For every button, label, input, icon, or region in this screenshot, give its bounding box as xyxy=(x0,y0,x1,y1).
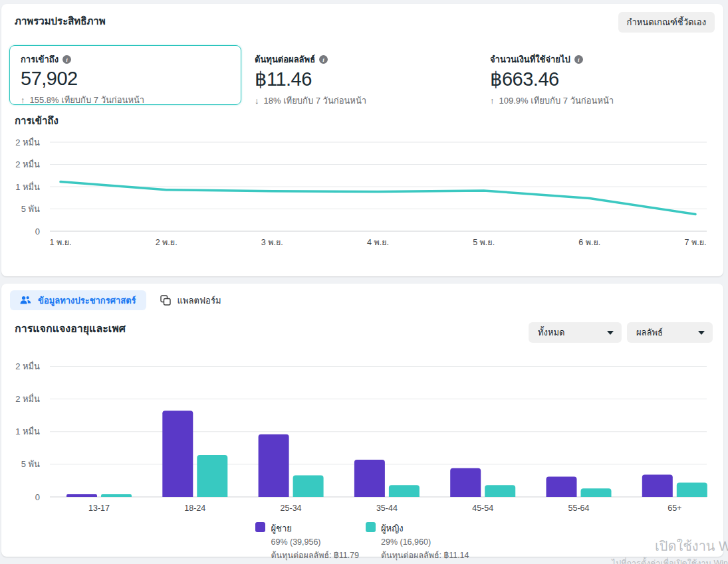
metric-label-row: จำนวนเงินที่ใช้จ่ายไป i xyxy=(490,52,703,66)
legend-name: ผู้ชาย xyxy=(271,521,359,535)
filters-row: ทั้งหมด ผลลัพธ์ xyxy=(529,322,713,343)
metric-delta: ↓ 18% เทียบกับ 7 วันก่อนหน้า xyxy=(255,94,474,108)
metric-delta-text: 109.9% เทียบกับ 7 วันก่อนหน้า xyxy=(499,94,614,108)
svg-text:25-34: 25-34 xyxy=(281,504,302,513)
tab-platform[interactable]: แพลตฟอร์ม xyxy=(150,290,231,310)
breakdown-filter-dropdown[interactable]: ทั้งหมด xyxy=(529,322,622,343)
info-icon[interactable]: i xyxy=(574,55,583,64)
info-icon[interactable]: i xyxy=(319,55,328,64)
svg-text:55-64: 55-64 xyxy=(568,504,590,513)
svg-text:65+: 65+ xyxy=(667,504,681,513)
demographics-panel: ข้อมูลทางประชากรศาสตร์ แพลตฟอร์ม การแจกแ… xyxy=(1,284,723,557)
male-color-swatch xyxy=(255,522,265,532)
svg-text:4 พ.ย.: 4 พ.ย. xyxy=(367,238,389,247)
svg-text:1 หมื่น: 1 หมื่น xyxy=(15,426,40,436)
svg-text:13-17: 13-17 xyxy=(88,504,110,513)
info-icon[interactable]: i xyxy=(62,55,71,64)
customize-metrics-button[interactable]: กำหนดเกณฑ์ชี้วัดเอง xyxy=(618,12,715,33)
svg-text:0: 0 xyxy=(35,227,40,236)
metric-delta: ↑ 109.9% เทียบกับ 7 วันก่อนหน้า xyxy=(490,94,703,108)
legend-entry-female: ผู้หญิง 29% (16,960) ต้นทุนต่อผลลัพธ์: ฿… xyxy=(366,521,469,562)
svg-text:0: 0 xyxy=(35,492,40,502)
legend-entry-male: ผู้ชาย 69% (39,956) ต้นทุนต่อผลลัพธ์: ฿1… xyxy=(255,521,359,562)
legend-share: 29% (16,960) xyxy=(381,537,469,547)
metric-delta-text: 18% เทียบกับ 7 วันก่อนหน้า xyxy=(264,94,367,108)
metric-value: 57,902 xyxy=(21,68,230,90)
svg-text:35-44: 35-44 xyxy=(376,504,398,513)
metric-card-reach[interactable]: การเข้าถึง i 57,902 ↑ 155.8% เทียบกับ 7 … xyxy=(9,45,241,105)
metric-value: ฿11.46 xyxy=(255,68,474,90)
metric-card-cost-per-result[interactable]: ต้นทุนต่อผลลัพธ์ i ฿11.46 ↓ 18% เทียบกับ… xyxy=(255,45,474,108)
metric-card-amount-spent[interactable]: จำนวนเงินที่ใช้จ่ายไป i ฿663.46 ↑ 109.9%… xyxy=(490,45,703,108)
svg-text:7 พ.ย.: 7 พ.ย. xyxy=(685,238,707,247)
svg-text:18-24: 18-24 xyxy=(184,504,205,513)
svg-text:3 พ.ย.: 3 พ.ย. xyxy=(261,238,283,247)
female-color-swatch xyxy=(366,522,376,532)
tab-label: แพลตฟอร์ม xyxy=(178,294,221,308)
performance-overview-panel: ภาพรวมประสิทธิภาพ กำหนดเกณฑ์ชี้วัดเอง กา… xyxy=(1,4,723,276)
metric-label-row: การเข้าถึง i xyxy=(21,52,230,66)
svg-text:2 หมื่น: 2 หมื่น xyxy=(15,361,40,371)
svg-text:2 หมื่น: 2 หมื่น xyxy=(15,137,40,147)
svg-text:2 หมื่น: 2 หมื่น xyxy=(15,393,40,404)
legend-name: ผู้หญิง xyxy=(381,521,469,535)
tab-demographics[interactable]: ข้อมูลทางประชากรศาสตร์ xyxy=(10,290,146,310)
svg-text:5 พ.ย.: 5 พ.ย. xyxy=(473,238,495,247)
tabs-row: ข้อมูลทางประชากรศาสตร์ แพลตฟอร์ม xyxy=(10,290,231,310)
legend-cost: ต้นทุนต่อผลลัพธ์: ฿11.14 xyxy=(381,549,469,562)
legend-cost: ต้นทุนต่อผลลัพธ์: ฿11.79 xyxy=(271,549,359,562)
page-title: ภาพรวมประสิทธิภาพ xyxy=(15,13,106,29)
svg-text:5 พัน: 5 พัน xyxy=(21,204,40,214)
metric-label: ต้นทุนต่อผลลัพธ์ xyxy=(255,52,315,66)
svg-text:5 พัน: 5 พัน xyxy=(21,459,40,469)
arrow-up-icon: ↑ xyxy=(21,95,25,105)
metric-label: จำนวนเงินที่ใช้จ่ายไป xyxy=(490,52,570,66)
svg-text:6 พ.ย.: 6 พ.ย. xyxy=(578,238,600,247)
metric-label: การเข้าถึง xyxy=(21,52,59,66)
svg-text:1 หมื่น: 1 หมื่น xyxy=(15,181,40,192)
arrow-down-icon: ↓ xyxy=(255,96,259,106)
age-gender-section-title: การแจกแจงอายุและเพศ xyxy=(15,320,126,337)
legend-share: 69% (39,956) xyxy=(271,537,359,547)
chart-legend: ผู้ชาย 69% (39,956) ต้นทุนต่อผลลัพธ์: ฿1… xyxy=(1,521,723,562)
metric-filter-dropdown[interactable]: ผลลัพธ์ xyxy=(627,322,713,343)
metrics-row: การเข้าถึง i 57,902 ↑ 155.8% เทียบกับ 7 … xyxy=(9,45,703,108)
caret-down-icon xyxy=(698,331,705,335)
svg-text:2 หมื่น: 2 หมื่น xyxy=(15,159,40,169)
dropdown-value: ผลลัพธ์ xyxy=(636,326,663,339)
caret-down-icon xyxy=(607,331,614,335)
metric-label-row: ต้นทุนต่อผลลัพธ์ i xyxy=(255,52,474,66)
metric-value: ฿663.46 xyxy=(490,68,703,90)
people-icon xyxy=(20,296,31,305)
overlapping-squares-icon xyxy=(160,295,171,306)
metric-delta-text: 155.8% เทียบกับ 7 วันก่อนหน้า xyxy=(30,93,145,107)
reach-chart-title: การเข้าถึง xyxy=(15,113,59,129)
svg-text:1 พ.ย.: 1 พ.ย. xyxy=(50,238,72,247)
svg-text:45-54: 45-54 xyxy=(472,504,493,513)
metric-delta: ↑ 155.8% เทียบกับ 7 วันก่อนหน้า xyxy=(21,93,230,107)
arrow-up-icon: ↑ xyxy=(490,96,495,106)
dropdown-value: ทั้งหมด xyxy=(538,326,565,339)
svg-text:2 พ.ย.: 2 พ.ย. xyxy=(156,238,178,247)
tab-label: ข้อมูลทางประชากรศาสตร์ xyxy=(38,294,136,308)
